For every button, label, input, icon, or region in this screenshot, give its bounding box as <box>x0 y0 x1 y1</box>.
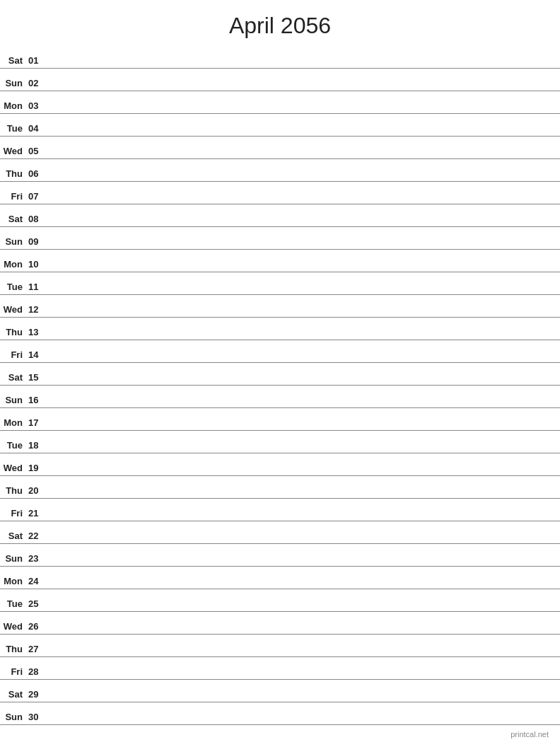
day-number: 30 <box>27 712 48 722</box>
day-number: 04 <box>27 123 48 134</box>
day-entry-line <box>48 540 560 541</box>
day-entry-line <box>48 156 560 156</box>
day-of-week-label: Sun <box>0 78 27 88</box>
table-row: Fri14 <box>0 340 560 363</box>
day-of-week-label: Mon <box>0 576 27 586</box>
day-of-week-label: Sat <box>0 531 27 541</box>
day-of-week-label: Sun <box>0 553 27 564</box>
table-row: Sun16 <box>0 386 560 408</box>
table-row: Mon17 <box>0 408 560 431</box>
day-number: 16 <box>27 395 48 405</box>
day-number: 02 <box>27 78 48 88</box>
table-row: Thu27 <box>0 635 560 657</box>
day-entry-line <box>48 586 560 586</box>
table-row: Wed19 <box>0 453 560 476</box>
table-row: Sat29 <box>0 680 560 702</box>
table-row: Thu20 <box>0 476 560 499</box>
day-number: 07 <box>27 191 48 202</box>
table-row: Sat08 <box>0 204 560 227</box>
day-of-week-label: Tue <box>0 123 27 134</box>
day-of-week-label: Mon <box>0 417 27 428</box>
day-of-week-label: Tue <box>0 440 27 451</box>
day-entry-line <box>48 654 560 654</box>
calendar-container: Sat01Sun02Mon03Tue04Wed05Thu06Fri07Sat08… <box>0 46 560 725</box>
day-entry-line <box>48 405 560 405</box>
day-entry-line <box>48 88 560 88</box>
day-entry-line <box>48 495 560 496</box>
day-of-week-label: Mon <box>0 100 27 111</box>
day-entry-line <box>48 631 560 632</box>
table-row: Mon10 <box>0 250 560 272</box>
day-of-week-label: Thu <box>0 327 27 337</box>
day-number: 20 <box>27 485 48 496</box>
day-entry-line <box>48 450 560 451</box>
table-row: Sun02 <box>0 69 560 91</box>
table-row: Fri28 <box>0 657 560 680</box>
table-row: Tue18 <box>0 431 560 453</box>
day-entry-line <box>48 699 560 700</box>
day-entry-line <box>48 382 560 383</box>
table-row: Sun30 <box>0 702 560 725</box>
day-entry-line <box>48 676 560 677</box>
day-number: 22 <box>27 531 48 541</box>
day-of-week-label: Sun <box>0 395 27 405</box>
day-of-week-label: Sat <box>0 214 27 224</box>
day-number: 21 <box>27 508 48 519</box>
day-number: 13 <box>27 327 48 337</box>
table-row: Tue11 <box>0 272 560 295</box>
day-number: 17 <box>27 417 48 428</box>
day-entry-line <box>48 473 560 473</box>
day-entry-line <box>48 608 560 609</box>
page-title: April 2056 <box>0 0 560 46</box>
day-of-week-label: Wed <box>0 463 27 473</box>
day-entry-line <box>48 269 560 270</box>
table-row: Sat15 <box>0 363 560 386</box>
table-row: Sat22 <box>0 521 560 544</box>
table-row: Tue04 <box>0 114 560 137</box>
day-of-week-label: Sun <box>0 236 27 247</box>
day-entry-line <box>48 337 560 337</box>
day-entry-line <box>48 201 560 202</box>
day-of-week-label: Tue <box>0 282 27 292</box>
day-of-week-label: Wed <box>0 146 27 156</box>
day-entry-line <box>48 722 560 722</box>
day-of-week-label: Fri <box>0 349 27 360</box>
day-entry-line <box>48 65 560 66</box>
day-number: 28 <box>27 666 48 677</box>
table-row: Sun09 <box>0 227 560 250</box>
day-number: 01 <box>27 55 48 66</box>
table-row: Wed26 <box>0 612 560 635</box>
day-of-week-label: Sun <box>0 712 27 722</box>
day-of-week-label: Fri <box>0 191 27 202</box>
day-number: 10 <box>27 259 48 270</box>
table-row: Tue25 <box>0 589 560 612</box>
table-row: Thu06 <box>0 159 560 182</box>
day-entry-line <box>48 178 560 179</box>
day-number: 14 <box>27 349 48 360</box>
table-row: Fri07 <box>0 182 560 204</box>
table-row: Mon24 <box>0 567 560 589</box>
day-of-week-label: Tue <box>0 598 27 609</box>
day-of-week-label: Sat <box>0 689 27 700</box>
day-of-week-label: Thu <box>0 485 27 496</box>
table-row: Wed05 <box>0 137 560 159</box>
day-entry-line <box>48 133 560 134</box>
footer-brand: printcal.net <box>511 730 549 739</box>
day-number: 06 <box>27 168 48 179</box>
day-number: 23 <box>27 553 48 564</box>
table-row: Sun23 <box>0 544 560 567</box>
day-number: 19 <box>27 463 48 473</box>
table-row: Fri21 <box>0 499 560 521</box>
table-row: Thu13 <box>0 318 560 340</box>
day-number: 08 <box>27 214 48 224</box>
day-number: 15 <box>27 372 48 383</box>
day-entry-line <box>48 359 560 360</box>
day-entry-line <box>48 314 560 315</box>
day-entry-line <box>48 110 560 111</box>
day-of-week-label: Mon <box>0 259 27 270</box>
day-number: 25 <box>27 598 48 609</box>
day-of-week-label: Wed <box>0 304 27 315</box>
day-of-week-label: Thu <box>0 644 27 654</box>
day-entry-line <box>48 291 560 292</box>
day-entry-line <box>48 246 560 247</box>
